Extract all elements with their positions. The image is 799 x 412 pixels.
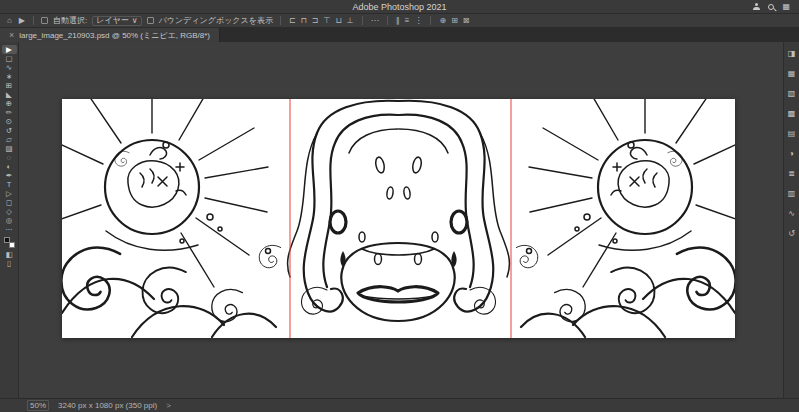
marquee-tool[interactable]: ▢ — [2, 54, 17, 63]
document-tab-title: large_image_210903.psd @ 50% (ミニピエ, RGB/… — [19, 30, 210, 41]
duck-bill — [341, 243, 454, 321]
threed-zoom-icon[interactable]: ⊠ — [462, 17, 471, 25]
lasso-tool[interactable]: ∿ — [2, 63, 17, 72]
foreground-color-swatch[interactable] — [4, 237, 10, 243]
gradient-tool[interactable]: ▨ — [2, 144, 17, 153]
distribute-v-icon[interactable]: ≡ — [404, 17, 411, 25]
distribute-group: ∥≡⋮ — [395, 17, 424, 25]
close-tab-icon[interactable]: × — [9, 31, 14, 40]
status-bar: 50% 3240 px x 1080 px (350 ppi) > — [0, 398, 799, 412]
separator — [362, 16, 363, 25]
zoom-level[interactable]: 50% — [27, 400, 49, 411]
right-half-art — [399, 99, 735, 337]
hand-tool[interactable]: ◇ — [2, 207, 17, 216]
align-center-h-icon[interactable]: ⊓ — [300, 17, 308, 25]
align-right-icon[interactable]: ⊐ — [311, 17, 320, 25]
align-bottom-icon[interactable]: ⊥ — [346, 17, 355, 25]
history-brush-tool[interactable]: ↺ — [2, 126, 17, 135]
paths-panel-icon[interactable]: ∿ — [785, 207, 799, 227]
spot-healing-tool[interactable]: ⊕ — [2, 99, 17, 108]
auto-select-checkbox[interactable] — [41, 17, 48, 24]
layers-panel-icon[interactable]: ≣ — [785, 167, 799, 187]
bounding-box-checkbox[interactable] — [147, 17, 154, 24]
threed-group: ⊕⊞⊠ — [438, 17, 470, 25]
patterns-panel-icon[interactable]: ▩ — [785, 107, 799, 127]
blur-tool[interactable]: ◌ — [2, 153, 17, 162]
distribute-h-icon[interactable]: ∥ — [395, 17, 401, 25]
left-half-art — [62, 99, 398, 337]
toolbar-bottom: ◧▯ — [0, 250, 18, 268]
search-icon[interactable] — [768, 4, 774, 10]
separator — [387, 16, 388, 25]
status-chevron-icon[interactable]: > — [166, 401, 171, 410]
shape-tool[interactable]: ◻ — [2, 198, 17, 207]
align-group: ⊏⊓⊐⊤⊔⊥ — [288, 17, 355, 25]
tool-preset-icon[interactable]: ▶ — [18, 17, 26, 25]
tools-panel: ▶▢∿∗⊞◣⊕✏⊙↺▱▨◌◐✒T▷◻◇◎⋯ ◧▯ — [0, 42, 19, 398]
distribute-spacing-icon[interactable]: ⋮ — [413, 17, 423, 25]
separator — [430, 16, 431, 25]
workspace-icon[interactable]: ▦ — [782, 3, 790, 11]
color-swatches — [4, 237, 15, 248]
pen-tool[interactable]: ✒ — [2, 171, 17, 180]
color-panel-icon[interactable]: ◨ — [785, 47, 799, 67]
home-icon[interactable]: ⌂ — [6, 17, 13, 25]
app-title: Adobe Photoshop 2021 — [352, 2, 446, 12]
photoshop-window: { "titlebar": { "title": "Adobe Photosho… — [0, 0, 799, 412]
move-tool[interactable]: ▶ — [2, 45, 17, 54]
auto-select-dropdown[interactable]: レイヤー ∨ — [92, 16, 141, 26]
document-canvas[interactable] — [62, 99, 735, 338]
separator — [280, 16, 281, 25]
threed-rotate-icon[interactable]: ⊕ — [438, 17, 447, 25]
adjustments-panel-icon[interactable]: ◑ — [785, 147, 799, 167]
document-tab[interactable]: × large_image_210903.psd @ 50% (ミニピエ, RG… — [0, 28, 220, 42]
titlebar-icons: ▦ — [753, 0, 790, 13]
threed-pan-icon[interactable]: ⊞ — [450, 17, 459, 25]
titlebar: Adobe Photoshop 2021 ▦ — [0, 0, 799, 14]
align-middle-icon[interactable]: ⊔ — [335, 17, 343, 25]
dodge-tool[interactable]: ◐ — [2, 162, 17, 171]
account-icon[interactable] — [753, 3, 760, 10]
crop-tool[interactable]: ⊞ — [2, 81, 17, 90]
artwork-svg — [62, 99, 735, 338]
zoom-tool[interactable]: ◎ — [2, 216, 17, 225]
eyedropper-tool[interactable]: ◣ — [2, 90, 17, 99]
gradients-panel-icon[interactable]: ▧ — [785, 87, 799, 107]
pasteboard[interactable] — [19, 42, 783, 398]
libraries-panel-icon[interactable]: ▤ — [785, 127, 799, 147]
clone-stamp-tool[interactable]: ⊙ — [2, 117, 17, 126]
screen-mode-icon[interactable]: ▯ — [2, 259, 17, 268]
main-area: ▶▢∿∗⊞◣⊕✏⊙↺▱▨◌◐✒T▷◻◇◎⋯ ◧▯ — [0, 42, 799, 398]
auto-select-label: 自動選択: — [53, 15, 87, 26]
type-tool[interactable]: T — [2, 180, 17, 189]
quick-selection-tool[interactable]: ∗ — [2, 72, 17, 81]
chevron-down-icon: ∨ — [132, 16, 138, 25]
auto-select-value: レイヤー — [96, 15, 129, 26]
eraser-tool[interactable]: ▱ — [2, 135, 17, 144]
brush-tool[interactable]: ✏ — [2, 108, 17, 117]
more-options-icon[interactable]: ⋯ — [370, 17, 380, 25]
panel-dock: ◨▦▧▩▤◑≣▥∿↺ — [783, 42, 799, 398]
swatches-panel-icon[interactable]: ▦ — [785, 67, 799, 87]
history-panel-icon[interactable]: ↺ — [785, 227, 799, 247]
edit-toolbar-icon[interactable]: ⋯ — [2, 225, 17, 234]
align-top-icon[interactable]: ⊤ — [323, 17, 332, 25]
bounding-box-label: バウンディングボックスを表示 — [159, 15, 273, 26]
path-selection-tool[interactable]: ▷ — [2, 189, 17, 198]
options-bar: ⌂ ▶ 自動選択: レイヤー ∨ バウンディングボックスを表示 ⊏⊓⊐⊤⊔⊥ ⋯… — [0, 14, 799, 28]
align-left-icon[interactable]: ⊏ — [288, 17, 297, 25]
channels-panel-icon[interactable]: ▥ — [785, 187, 799, 207]
quick-mask-icon[interactable]: ◧ — [2, 250, 17, 259]
toolbar: ▶▢∿∗⊞◣⊕✏⊙↺▱▨◌◐✒T▷◻◇◎⋯ — [0, 45, 18, 234]
document-dimensions: 3240 px x 1080 px (350 ppi) — [58, 401, 157, 410]
tab-bar: × large_image_210903.psd @ 50% (ミニピエ, RG… — [0, 28, 799, 42]
separator — [33, 16, 34, 25]
